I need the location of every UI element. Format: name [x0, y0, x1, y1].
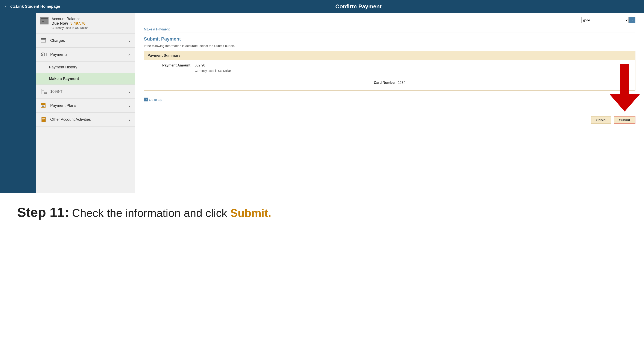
sidebar-item-1098t[interactable]: P 1098-T ∨ — [36, 85, 135, 99]
svg-rect-20 — [42, 106, 44, 107]
back-link[interactable]: ← ctcLink Student Homepage — [4, 4, 77, 9]
top-section-divider — [144, 32, 636, 33]
section-title: Submit Payment — [144, 36, 636, 42]
amount-label: Payment Amount — [148, 63, 190, 67]
card-number-row: Card Number 1234 — [148, 79, 632, 87]
page-title: Confirm Payment — [77, 3, 640, 10]
due-now-amount: 3,497.76 — [70, 21, 86, 25]
due-now-label: Due Now — [52, 21, 68, 25]
summary-currency-note: Currency used is US Dollar — [148, 69, 632, 72]
goto-top-icon: □ — [144, 98, 148, 101]
payment-summary-body: Payment Amount 632.90 Currency used is U… — [144, 60, 635, 90]
1098t-icon: P — [40, 89, 47, 95]
sidebar-item-payment-plans[interactable]: Payment Plans ∨ — [36, 99, 135, 113]
goto-top-link[interactable]: □ Go to top — [144, 98, 636, 101]
sidebar-item-make-a-payment[interactable]: Make a Payment — [36, 73, 135, 85]
payments-label: Payments — [50, 52, 68, 57]
sidebar-item-payments[interactable]: $ Payments ∧ — [36, 48, 135, 61]
svg-rect-18 — [41, 103, 45, 105]
main-container: Account Balance Due Now 3,497.76 Currenc… — [0, 13, 644, 193]
section-instruction: If the following information is accurate… — [144, 44, 636, 48]
card-label: Card Number — [374, 81, 396, 85]
payment-summary-container: Payment Summary Payment Amount 632.90 Cu… — [144, 51, 636, 90]
submit-button[interactable]: Submit — [614, 116, 636, 124]
payments-icon: $ — [40, 51, 47, 57]
payment-summary-header: Payment Summary — [144, 51, 635, 60]
goto-select[interactable]: go to — [581, 17, 628, 23]
charges-icon — [40, 37, 47, 43]
summary-divider — [148, 76, 632, 76]
step-highlight: Submit. — [230, 207, 271, 219]
top-header: ← ctcLink Student Homepage Confirm Payme… — [0, 0, 644, 13]
payments-chevron-icon: ∧ — [128, 52, 131, 57]
svg-rect-25 — [620, 64, 629, 94]
svg-text:P: P — [45, 92, 46, 94]
svg-rect-6 — [45, 39, 45, 40]
card-value: 1234 — [398, 81, 406, 85]
other-icon — [40, 116, 47, 122]
red-arrow-annotation — [610, 64, 640, 112]
svg-rect-10 — [45, 53, 46, 56]
svg-rect-0 — [41, 18, 48, 23]
plans-icon — [40, 102, 47, 108]
currency-note: Currency used is US Dollar — [52, 26, 88, 29]
account-balance-section: Account Balance Due Now 3,497.76 Currenc… — [36, 13, 135, 34]
charges-chevron-icon: ∨ — [128, 39, 131, 43]
payment-amount-row: Payment Amount 632.90 — [148, 63, 632, 67]
other-activities-chevron-icon: ∨ — [128, 117, 131, 122]
plans-label: Payment Plans — [50, 103, 76, 108]
goto-button[interactable]: » — [630, 17, 636, 23]
bottom-divider — [144, 95, 636, 95]
sidebar-strip — [0, 13, 36, 193]
step-text: Check the information and click — [72, 207, 230, 219]
charges-label: Charges — [50, 38, 65, 43]
back-arrow-icon: ← — [4, 4, 8, 9]
svg-rect-23 — [42, 119, 44, 119]
step-instruction: Step 11: Check the information and click… — [0, 193, 644, 232]
1098t-label: 1098-T — [50, 89, 62, 94]
svg-text:$: $ — [42, 53, 43, 56]
amount-value: 632.90 — [195, 63, 205, 67]
svg-rect-5 — [42, 39, 42, 40]
step-prefix: Step 11: — [17, 205, 69, 220]
left-nav: Account Balance Due Now 3,497.76 Currenc… — [36, 13, 135, 193]
breadcrumb: Make a Payment — [144, 27, 636, 31]
balance-info: Account Balance Due Now 3,497.76 Currenc… — [52, 17, 88, 29]
svg-marker-26 — [610, 94, 640, 111]
content-area: go to » Make a Payment Submit Payment If… — [135, 13, 644, 193]
other-activities-label: Other Account Activities — [50, 117, 91, 122]
sidebar-item-payment-history[interactable]: Payment History — [36, 61, 135, 73]
plans-chevron-icon: ∨ — [128, 104, 131, 108]
1098t-chevron-icon: ∨ — [128, 90, 131, 94]
goto-top-label: Go to top — [149, 98, 162, 101]
cancel-button[interactable]: Cancel — [591, 116, 611, 124]
balance-icon — [40, 17, 48, 24]
sidebar-item-charges[interactable]: Charges ∨ — [36, 34, 135, 48]
back-link-label: ctcLink Student Homepage — [10, 4, 60, 9]
payment-history-label: Payment History — [49, 65, 77, 69]
due-now-row: Due Now 3,497.76 — [52, 21, 88, 26]
svg-rect-1 — [41, 19, 48, 20]
make-payment-label: Make a Payment — [49, 76, 79, 81]
goto-bar: go to » — [144, 17, 636, 23]
svg-rect-24 — [42, 120, 45, 120]
sidebar-item-other-activities[interactable]: Other Account Activities ∨ — [36, 113, 135, 126]
svg-rect-7 — [42, 41, 44, 41]
svg-rect-19 — [42, 105, 44, 106]
svg-rect-2 — [42, 21, 44, 22]
balance-label: Account Balance — [52, 17, 88, 21]
action-buttons: Cancel Submit — [591, 116, 636, 124]
svg-rect-22 — [42, 118, 45, 119]
